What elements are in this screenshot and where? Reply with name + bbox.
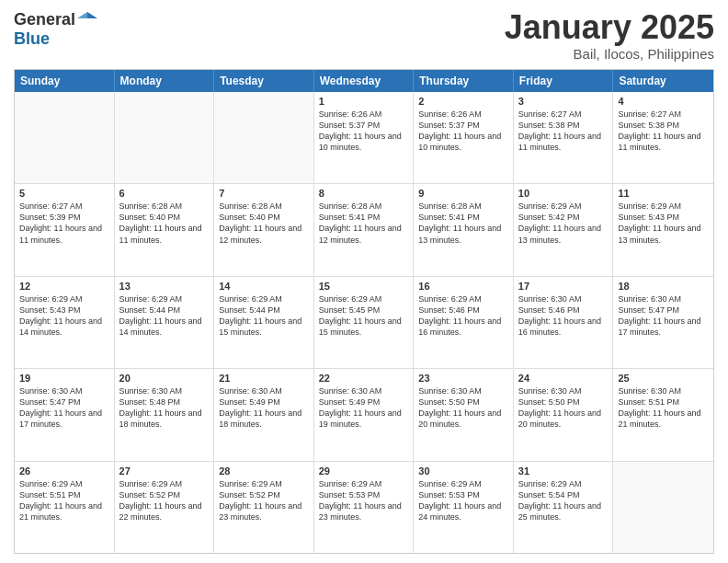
- day-number: 9: [418, 188, 508, 199]
- day-number: 3: [518, 96, 609, 107]
- title-block: January 2025 Bail, Ilocos, Philippines: [505, 9, 714, 62]
- svg-marker-0: [87, 12, 97, 18]
- cal-cell-22: 22Sunrise: 6:30 AMSunset: 5:49 PMDayligh…: [314, 369, 415, 460]
- day-info: Sunrise: 6:30 AMSunset: 5:46 PMDaylight:…: [518, 293, 609, 339]
- cal-cell-3: 3Sunrise: 6:27 AMSunset: 5:38 PMDaylight…: [514, 92, 614, 183]
- day-info: Sunrise: 6:30 AMSunset: 5:51 PMDaylight:…: [618, 385, 709, 431]
- day-number: 14: [219, 281, 309, 292]
- day-number: 10: [518, 188, 609, 199]
- cal-cell-empty-0: [15, 92, 115, 183]
- day-info: Sunrise: 6:29 AMSunset: 5:42 PMDaylight:…: [518, 201, 609, 246]
- day-number: 21: [219, 373, 309, 384]
- day-number: 2: [418, 96, 508, 107]
- day-number: 15: [319, 281, 409, 292]
- day-number: 12: [19, 281, 109, 292]
- cal-cell-24: 24Sunrise: 6:30 AMSunset: 5:50 PMDayligh…: [514, 369, 614, 460]
- cal-cell-27: 27Sunrise: 6:29 AMSunset: 5:52 PMDayligh…: [115, 462, 215, 553]
- day-info: Sunrise: 6:26 AMSunset: 5:37 PMDaylight:…: [418, 109, 508, 154]
- day-number: 24: [518, 373, 609, 384]
- day-info: Sunrise: 6:29 AMSunset: 5:52 PMDaylight:…: [219, 478, 309, 523]
- cal-cell-12: 12Sunrise: 6:29 AMSunset: 5:43 PMDayligh…: [15, 277, 115, 368]
- day-info: Sunrise: 6:28 AMSunset: 5:41 PMDaylight:…: [418, 201, 508, 246]
- logo: General Blue: [14, 9, 97, 49]
- day-info: Sunrise: 6:29 AMSunset: 5:53 PMDaylight:…: [319, 478, 409, 523]
- day-number: 30: [418, 465, 508, 477]
- day-number: 31: [518, 465, 609, 477]
- day-info: Sunrise: 6:29 AMSunset: 5:44 PMDaylight:…: [119, 293, 210, 339]
- cal-header-saturday: Saturday: [613, 70, 713, 92]
- cal-cell-empty-6: [613, 462, 713, 553]
- day-number: 8: [319, 188, 409, 199]
- day-number: 27: [119, 465, 210, 477]
- day-info: Sunrise: 6:26 AMSunset: 5:37 PMDaylight:…: [319, 109, 409, 154]
- day-number: 28: [219, 465, 309, 477]
- day-info: Sunrise: 6:30 AMSunset: 5:49 PMDaylight:…: [219, 385, 309, 431]
- day-number: 11: [618, 188, 709, 199]
- cal-header-sunday: Sunday: [15, 70, 115, 92]
- day-info: Sunrise: 6:29 AMSunset: 5:46 PMDaylight:…: [418, 293, 508, 339]
- cal-row-2: 5Sunrise: 6:27 AMSunset: 5:39 PMDaylight…: [15, 183, 713, 275]
- calendar-header: SundayMondayTuesdayWednesdayThursdayFrid…: [15, 70, 713, 92]
- page: General Blue January 2025 Bail, Ilocos, …: [0, 0, 728, 563]
- day-info: Sunrise: 6:30 AMSunset: 5:49 PMDaylight:…: [319, 385, 409, 431]
- cal-cell-18: 18Sunrise: 6:30 AMSunset: 5:47 PMDayligh…: [613, 277, 713, 368]
- day-info: Sunrise: 6:30 AMSunset: 5:48 PMDaylight:…: [119, 385, 210, 431]
- day-info: Sunrise: 6:29 AMSunset: 5:45 PMDaylight:…: [319, 293, 409, 339]
- day-number: 1: [319, 96, 409, 107]
- cal-cell-30: 30Sunrise: 6:29 AMSunset: 5:53 PMDayligh…: [414, 462, 514, 553]
- day-info: Sunrise: 6:28 AMSunset: 5:40 PMDaylight:…: [219, 201, 309, 246]
- cal-cell-6: 6Sunrise: 6:28 AMSunset: 5:40 PMDaylight…: [115, 184, 215, 275]
- cal-header-monday: Monday: [115, 70, 215, 92]
- cal-header-wednesday: Wednesday: [314, 70, 415, 92]
- cal-cell-21: 21Sunrise: 6:30 AMSunset: 5:49 PMDayligh…: [214, 369, 314, 460]
- day-info: Sunrise: 6:29 AMSunset: 5:51 PMDaylight:…: [19, 478, 109, 523]
- cal-cell-16: 16Sunrise: 6:29 AMSunset: 5:46 PMDayligh…: [414, 277, 514, 368]
- svg-marker-1: [77, 12, 87, 18]
- cal-cell-9: 9Sunrise: 6:28 AMSunset: 5:41 PMDaylight…: [414, 184, 514, 275]
- cal-cell-10: 10Sunrise: 6:29 AMSunset: 5:42 PMDayligh…: [514, 184, 614, 275]
- day-info: Sunrise: 6:27 AMSunset: 5:38 PMDaylight:…: [518, 109, 609, 154]
- cal-cell-2: 2Sunrise: 6:26 AMSunset: 5:37 PMDaylight…: [414, 92, 514, 183]
- cal-cell-1: 1Sunrise: 6:26 AMSunset: 5:37 PMDaylight…: [314, 92, 415, 183]
- day-number: 29: [319, 465, 409, 477]
- day-number: 19: [19, 373, 109, 384]
- cal-cell-20: 20Sunrise: 6:30 AMSunset: 5:48 PMDayligh…: [115, 369, 215, 460]
- cal-cell-29: 29Sunrise: 6:29 AMSunset: 5:53 PMDayligh…: [314, 462, 415, 553]
- day-info: Sunrise: 6:30 AMSunset: 5:50 PMDaylight:…: [418, 385, 508, 431]
- cal-row-4: 19Sunrise: 6:30 AMSunset: 5:47 PMDayligh…: [15, 368, 713, 460]
- day-number: 4: [618, 96, 709, 107]
- cal-cell-25: 25Sunrise: 6:30 AMSunset: 5:51 PMDayligh…: [613, 369, 713, 460]
- cal-cell-19: 19Sunrise: 6:30 AMSunset: 5:47 PMDayligh…: [15, 369, 115, 460]
- cal-cell-15: 15Sunrise: 6:29 AMSunset: 5:45 PMDayligh…: [314, 277, 415, 368]
- cal-row-5: 26Sunrise: 6:29 AMSunset: 5:51 PMDayligh…: [15, 461, 713, 553]
- cal-cell-17: 17Sunrise: 6:30 AMSunset: 5:46 PMDayligh…: [514, 277, 614, 368]
- cal-cell-14: 14Sunrise: 6:29 AMSunset: 5:44 PMDayligh…: [214, 277, 314, 368]
- day-number: 5: [19, 188, 109, 199]
- cal-cell-23: 23Sunrise: 6:30 AMSunset: 5:50 PMDayligh…: [414, 369, 514, 460]
- cal-cell-31: 31Sunrise: 6:29 AMSunset: 5:54 PMDayligh…: [514, 462, 614, 553]
- day-info: Sunrise: 6:27 AMSunset: 5:38 PMDaylight:…: [618, 109, 709, 154]
- cal-cell-8: 8Sunrise: 6:28 AMSunset: 5:41 PMDaylight…: [314, 184, 415, 275]
- location-title: Bail, Ilocos, Philippines: [505, 46, 714, 62]
- cal-cell-7: 7Sunrise: 6:28 AMSunset: 5:40 PMDaylight…: [214, 184, 314, 275]
- day-number: 13: [119, 281, 210, 292]
- calendar: SundayMondayTuesdayWednesdayThursdayFrid…: [14, 69, 714, 554]
- cal-header-thursday: Thursday: [414, 70, 514, 92]
- day-number: 16: [418, 281, 508, 292]
- cal-header-friday: Friday: [514, 70, 614, 92]
- day-info: Sunrise: 6:29 AMSunset: 5:53 PMDaylight:…: [418, 478, 508, 523]
- day-info: Sunrise: 6:30 AMSunset: 5:50 PMDaylight:…: [518, 385, 609, 431]
- cal-cell-11: 11Sunrise: 6:29 AMSunset: 5:43 PMDayligh…: [613, 184, 713, 275]
- logo-general: General: [14, 10, 75, 29]
- day-info: Sunrise: 6:28 AMSunset: 5:41 PMDaylight:…: [319, 201, 409, 246]
- logo-bird-icon: [77, 9, 97, 29]
- day-number: 18: [618, 281, 709, 292]
- day-number: 6: [119, 188, 210, 199]
- cal-row-3: 12Sunrise: 6:29 AMSunset: 5:43 PMDayligh…: [15, 276, 713, 368]
- day-number: 7: [219, 188, 309, 199]
- day-info: Sunrise: 6:29 AMSunset: 5:43 PMDaylight:…: [19, 293, 109, 339]
- day-info: Sunrise: 6:27 AMSunset: 5:39 PMDaylight:…: [19, 201, 109, 246]
- day-number: 26: [19, 465, 109, 477]
- day-number: 23: [418, 373, 508, 384]
- day-number: 17: [518, 281, 609, 292]
